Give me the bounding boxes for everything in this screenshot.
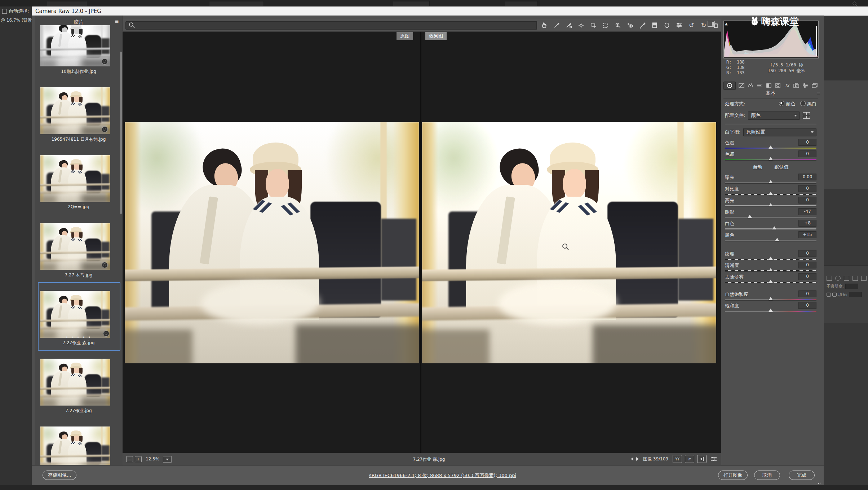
done-button[interactable]: 完成 — [789, 471, 815, 480]
slider-thumb[interactable] — [775, 238, 779, 241]
tab-snapshots-icon[interactable] — [811, 83, 818, 89]
dialog-titlebar[interactable]: Camera Raw 12.0 - JPEG — [32, 6, 868, 16]
contrast-track[interactable] — [725, 194, 816, 195]
save-image-button[interactable]: 存储图像... — [43, 471, 76, 480]
tab-detail-icon[interactable] — [747, 83, 754, 89]
filmstrip-menu-icon[interactable]: ≡ — [115, 18, 119, 24]
color-sampler-tool-icon[interactable] — [564, 21, 574, 30]
slider-thumb[interactable] — [769, 157, 773, 160]
whites-track[interactable] — [725, 228, 816, 229]
thumbnail-image[interactable] — [40, 87, 110, 134]
opacity-value-box[interactable] — [845, 284, 858, 289]
tab-effects-icon[interactable]: fx — [784, 83, 790, 89]
fill-value-box[interactable] — [849, 292, 862, 297]
adjust-filter-icon[interactable] — [852, 276, 858, 281]
whites-value[interactable]: +8 — [798, 220, 816, 227]
tab-split-toning-icon[interactable] — [766, 83, 772, 89]
tab-tone-curve-icon[interactable] — [738, 83, 745, 89]
tab-result[interactable]: 效果图 — [425, 32, 447, 40]
dehaze-value[interactable]: 0 — [798, 273, 816, 280]
crop-tool-icon[interactable] — [588, 21, 598, 30]
zoom-tool-icon[interactable] — [125, 21, 537, 30]
clarity-track[interactable] — [725, 270, 816, 271]
text-filter-icon[interactable] — [844, 276, 849, 281]
workflow-options-link[interactable]: sRGB IEC61966-2.1; 8 位; 8688 x 5792 (50.… — [349, 472, 536, 479]
rotate-right-icon[interactable]: ↻ — [699, 21, 709, 30]
slider-thumb[interactable] — [769, 203, 773, 206]
tint-track[interactable] — [725, 159, 816, 160]
original-photo[interactable] — [125, 122, 419, 363]
shadow-clipping-icon[interactable]: ▲ — [725, 22, 728, 26]
radial-filter-tool-icon[interactable] — [662, 21, 672, 30]
copy-settings-icon[interactable] — [697, 455, 707, 463]
slider-thumb[interactable] — [769, 180, 773, 183]
saturation-value[interactable]: 0 — [798, 302, 816, 309]
lock-all-icon[interactable] — [832, 293, 837, 297]
auto-select-checkbox[interactable] — [2, 9, 7, 14]
tab-basic-icon[interactable] — [723, 82, 736, 90]
spot-removal-tool-icon[interactable] — [613, 21, 623, 30]
highlights-track[interactable] — [725, 205, 816, 206]
texture-value[interactable]: 0 — [798, 250, 816, 257]
slider-thumb[interactable] — [769, 192, 773, 195]
white-balance-select[interactable]: 原照设置 — [743, 128, 816, 136]
filmstrip-scrollbar[interactable] — [120, 52, 122, 214]
treatment-color-radio[interactable]: 颜色 — [779, 101, 795, 107]
thumbnail-image[interactable] — [40, 426, 110, 465]
texture-track[interactable] — [725, 259, 816, 260]
open-image-button[interactable]: 打开图像 — [718, 471, 748, 480]
slider-thumb[interactable] — [772, 226, 776, 229]
rotate-left-icon[interactable]: ↺ — [686, 21, 696, 30]
thumbnail-image[interactable] — [40, 359, 110, 406]
hand-tool-icon[interactable] — [539, 21, 549, 30]
red-eye-tool-icon[interactable] — [625, 21, 635, 30]
profile-browser-icon[interactable] — [803, 112, 809, 119]
graduated-filter-tool-icon[interactable] — [650, 21, 660, 30]
panel-collapse-icon[interactable] — [708, 21, 715, 27]
auto-link[interactable]: 自动 — [753, 164, 762, 170]
search-icon[interactable] — [852, 1, 858, 8]
tint-value[interactable]: 0 — [798, 150, 816, 157]
smart-filter-icon[interactable] — [861, 276, 867, 281]
zoom-out-button[interactable]: − — [126, 456, 133, 462]
slider-thumb[interactable] — [769, 257, 773, 260]
treatment-bw-radio[interactable]: 黑白 — [800, 101, 816, 107]
tab-lens-corrections-icon[interactable] — [775, 83, 781, 89]
tab-presets-icon[interactable] — [802, 83, 809, 89]
white-balance-tool-icon[interactable] — [552, 21, 562, 30]
thumbnail-image[interactable] — [40, 25, 110, 66]
shadows-track[interactable] — [725, 217, 816, 218]
resize-grip[interactable] — [818, 481, 821, 484]
highlight-clipping-indicator[interactable] — [816, 26, 817, 56]
layers-filter-icon[interactable] — [827, 276, 832, 281]
swap-settings-icon[interactable]: ⇵ — [685, 455, 694, 463]
temperature-track[interactable] — [725, 148, 816, 149]
lock-transparent-icon[interactable] — [827, 293, 831, 297]
slider-thumb[interactable] — [769, 280, 773, 283]
exposure-track[interactable] — [725, 182, 816, 183]
zoom-in-button[interactable]: + — [135, 456, 142, 462]
slider-thumb[interactable] — [769, 309, 773, 312]
blacks-track[interactable] — [725, 240, 816, 241]
slider-thumb[interactable] — [769, 145, 773, 149]
vibrance-track[interactable] — [725, 299, 816, 300]
next-image-icon[interactable] — [636, 457, 639, 461]
preferences-icon[interactable] — [674, 21, 684, 30]
rating-stars[interactable]: ★ ★ ★ ★ ★ — [35, 336, 123, 339]
highlights-value[interactable]: 0 — [798, 197, 816, 204]
before-after-view-icon[interactable]: YY — [673, 455, 682, 463]
transform-tool-icon[interactable] — [601, 21, 611, 30]
thumbnail-image[interactable] — [40, 223, 110, 270]
blend-icon[interactable] — [835, 276, 841, 281]
profile-select[interactable]: 颜色 — [748, 111, 800, 120]
tab-calibration-icon[interactable] — [793, 83, 800, 89]
dehaze-track[interactable] — [725, 282, 816, 283]
adjustment-brush-tool-icon[interactable] — [637, 21, 647, 30]
previous-image-icon[interactable] — [631, 457, 633, 461]
panel-menu-icon[interactable]: ≡ — [816, 90, 820, 96]
thumbnail-image[interactable] — [40, 155, 110, 202]
exposure-value[interactable]: 0.00 — [798, 174, 816, 180]
thumbnail-image-selected[interactable] — [40, 291, 110, 338]
slider-thumb[interactable] — [769, 268, 773, 271]
cancel-button[interactable]: 取消 — [754, 471, 780, 480]
